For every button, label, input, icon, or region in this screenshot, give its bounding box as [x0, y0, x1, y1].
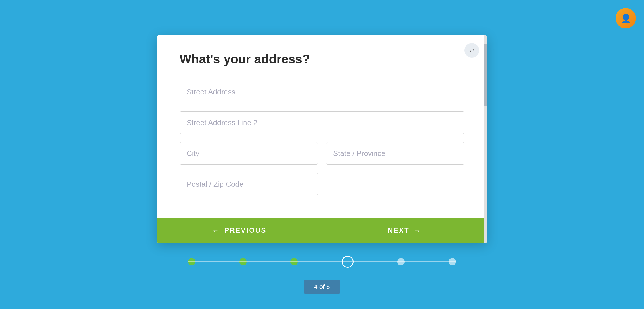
progress-line-svg — [188, 261, 456, 262]
modal: ⤢ What's your address? — [157, 35, 487, 243]
page-indicator: 4 of 6 — [304, 280, 340, 294]
progress-dots — [188, 256, 456, 268]
modal-wrapper: ⤢ What's your address? — [157, 35, 487, 274]
previous-label: PREVIOUS — [224, 226, 266, 234]
modal-content: ⤢ What's your address? — [157, 35, 487, 218]
form-title: What's your address? — [180, 52, 464, 66]
avatar-icon: 👤 — [621, 13, 631, 23]
avatar: 👤 — [616, 8, 636, 28]
next-arrow-icon: → — [414, 226, 422, 234]
state-province-input[interactable] — [326, 142, 464, 165]
city-state-row — [180, 142, 464, 165]
expand-icon: ⤢ — [470, 47, 474, 54]
expand-button[interactable]: ⤢ — [464, 43, 479, 58]
postal-zip-input[interactable] — [180, 173, 318, 195]
next-label: NEXT — [388, 226, 409, 234]
street-address-group — [180, 81, 464, 103]
modal-footer: ← PREVIOUS NEXT → — [157, 218, 487, 243]
next-button[interactable]: NEXT → — [322, 218, 488, 243]
street-address-2-group — [180, 111, 464, 134]
city-input[interactable] — [180, 142, 318, 165]
prev-arrow-icon: ← — [212, 226, 220, 234]
street-address-input[interactable] — [180, 81, 464, 103]
postal-zip-group — [180, 173, 464, 195]
street-address-2-input[interactable] — [180, 111, 464, 134]
progress-section — [157, 256, 487, 268]
previous-button[interactable]: ← PREVIOUS — [157, 218, 322, 243]
